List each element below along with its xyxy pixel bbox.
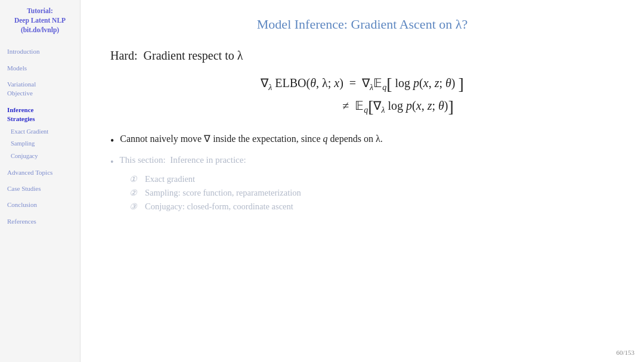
bullet-text-1: Cannot naively move ∇ inside the expecta… bbox=[120, 133, 382, 144]
sidebar-item-references[interactable]: References bbox=[5, 215, 75, 228]
sub-list: ① Exact gradient ② Sampling: score funct… bbox=[129, 174, 614, 212]
sub-item-text-1: Exact gradient bbox=[145, 174, 195, 184]
bullet-dot-1: • bbox=[110, 133, 114, 149]
sidebar-item-conjugacy[interactable]: Conjugacy bbox=[5, 150, 75, 163]
bullet-text-2: This section: Inference in practice: bbox=[120, 155, 246, 165]
sidebar-title: Tutorial:Deep Latent NLP(bit.do/lvnlp) bbox=[5, 6, 75, 35]
math-line-2: ≠ 𝔼q[∇λ log p(x, z; θ)] bbox=[182, 97, 614, 116]
sidebar-item-inference[interactable]: InferenceStrategies bbox=[5, 104, 75, 126]
sub-list-item-2: ② Sampling: score function, reparameteri… bbox=[129, 188, 614, 198]
sub-item-num-2: ② bbox=[129, 188, 140, 198]
sidebar-item-case-studies[interactable]: Case Studies bbox=[5, 182, 75, 195]
math-equation-block: ∇λ ELBO(θ, λ; x) = ∇λ𝔼q[ log p(x, z; θ) … bbox=[110, 75, 614, 116]
bullet-section: • Cannot naively move ∇ inside the expec… bbox=[110, 133, 614, 212]
bullet-dot-2: • bbox=[110, 155, 114, 169]
bullet-item-faded: • This section: Inference in practice: bbox=[110, 155, 614, 169]
sidebar-item-conclusion[interactable]: Conclusion bbox=[5, 199, 75, 211]
sub-item-num-3: ③ bbox=[129, 202, 140, 212]
bullet-item-active: • Cannot naively move ∇ inside the expec… bbox=[110, 133, 614, 149]
sidebar-item-exact-gradient[interactable]: Exact Gradient bbox=[5, 126, 75, 138]
sub-list-item-3: ③ Conjugacy: closed-form, coordinate asc… bbox=[129, 202, 614, 212]
sidebar-item-models[interactable]: Models bbox=[5, 62, 75, 75]
sidebar: Tutorial:Deep Latent NLP(bit.do/lvnlp) I… bbox=[0, 0, 80, 362]
sub-item-text-3: Conjugacy: closed-form, coordinate ascen… bbox=[145, 202, 293, 212]
section-heading: Hard: Gradient respect to λ bbox=[110, 49, 614, 63]
sidebar-item-advanced[interactable]: Advanced Topics bbox=[5, 166, 75, 179]
sidebar-item-sampling[interactable]: Sampling bbox=[5, 138, 75, 150]
sub-list-item-1: ① Exact gradient bbox=[129, 174, 614, 184]
sub-item-text-2: Sampling: score function, reparameteriza… bbox=[145, 188, 301, 198]
main-content: Model Inference: Gradient Ascent on λ? H… bbox=[80, 0, 644, 362]
page-number: 60/153 bbox=[616, 349, 634, 356]
math-line-1: ∇λ ELBO(θ, λ; x) = ∇λ𝔼q[ log p(x, z; θ) … bbox=[110, 75, 614, 94]
sidebar-item-variational[interactable]: VariationalObjective bbox=[5, 78, 75, 100]
sidebar-item-introduction[interactable]: Introduction bbox=[5, 45, 75, 58]
sub-item-num-1: ① bbox=[129, 174, 140, 184]
slide-title: Model Inference: Gradient Ascent on λ? bbox=[110, 17, 614, 32]
